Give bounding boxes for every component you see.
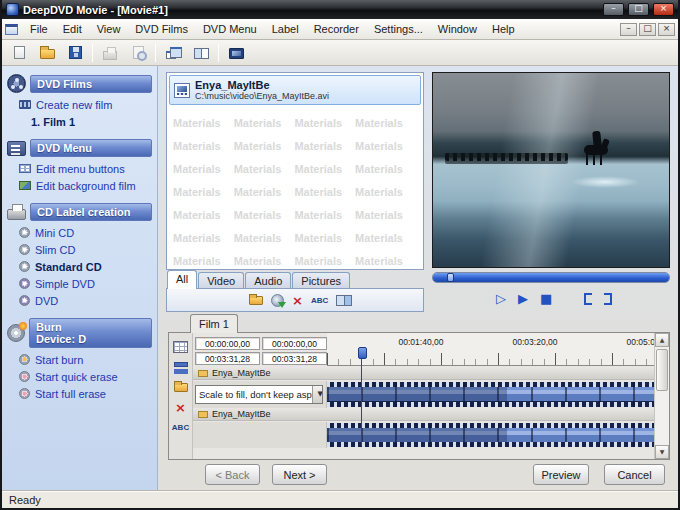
menu-dvd-films[interactable]: DVD Films <box>128 21 195 37</box>
seek-bar-thumb[interactable] <box>447 273 454 282</box>
preview-movie-button[interactable] <box>225 42 247 64</box>
back-button[interactable]: < Back <box>205 464 260 485</box>
watermark-text: Materials <box>173 255 221 267</box>
main-area: DVD Films Create new film 1. Film 1 <box>2 66 678 490</box>
new-project-button[interactable] <box>8 42 30 64</box>
menu-edit[interactable]: Edit <box>56 21 89 37</box>
edit-background-icon <box>19 181 31 190</box>
timeline-film-tab[interactable]: Film 1 <box>190 314 238 333</box>
timeline-tab-label: Film 1 <box>199 318 229 330</box>
watermark-text: Materials <box>173 232 221 244</box>
watermark-text: Materials <box>173 117 221 129</box>
mark-out-button[interactable] <box>604 293 612 305</box>
sidebar-item-start-quick-erase[interactable]: Start quick erase <box>15 368 152 385</box>
next-button[interactable]: Next > <box>272 464 327 485</box>
track-1-filmstrip-clip[interactable] <box>327 382 654 407</box>
media-file-item-selected[interactable]: Enya_MayItBe C:\music\video\Enya_MayItBe… <box>169 75 421 105</box>
watermark-text: Materials <box>355 140 403 152</box>
menu-recorder[interactable]: Recorder <box>307 21 366 37</box>
sidebar-item-label: Edit background film <box>36 180 136 192</box>
menu-window[interactable]: Window <box>431 21 484 37</box>
sidebar: DVD Films Create new film 1. Film 1 <box>2 66 158 490</box>
sidebar-item-standard-cd[interactable]: Standard CD <box>15 258 152 275</box>
mdi-close-button[interactable]: × <box>658 23 675 36</box>
sidebar-item-start-burn[interactable]: Start burn <box>15 351 152 368</box>
video-preview <box>432 72 670 268</box>
track-2-header[interactable]: Enya_MayItBe <box>193 408 654 421</box>
menu-settings[interactable]: Settings... <box>367 21 430 37</box>
playhead[interactable] <box>361 347 362 446</box>
sidebar-item-start-full-erase[interactable]: Start full erase <box>15 385 152 402</box>
sidebar-item-film-1[interactable]: 1. Film 1 <box>15 113 152 130</box>
mdi-restore-button[interactable]: □ <box>639 23 656 36</box>
watermark-text: Materials <box>294 255 342 267</box>
seek-bar[interactable] <box>432 272 670 283</box>
tracks-icon[interactable] <box>174 362 188 367</box>
print-preview-button[interactable] <box>127 42 149 64</box>
horse-rider-silhouette <box>582 131 612 169</box>
timeline-ruler[interactable]: 00:01:40,00 00:03:20,00 00:05:00,00 <box>327 333 654 366</box>
scroll-up-arrow[interactable]: ▲ <box>655 333 669 347</box>
film-reel-icon <box>7 74 26 93</box>
open-media-folder-icon[interactable] <box>249 296 263 305</box>
content-area: Enya_MayItBe C:\music\video\Enya_MayItBe… <box>158 66 678 490</box>
watermark-text: Materials <box>355 209 403 221</box>
ruler-ticks <box>327 353 654 365</box>
tab-video[interactable]: Video <box>198 272 244 289</box>
mdi-minimize-button[interactable]: – <box>620 23 637 36</box>
play-button[interactable]: ▷ <box>496 292 506 305</box>
abc-text-icon[interactable]: ABC <box>311 296 328 305</box>
preview-button[interactable]: Preview <box>533 464 589 485</box>
delete-media-icon[interactable]: × <box>292 294 303 307</box>
add-track-icon[interactable] <box>173 341 188 353</box>
media-file-list[interactable]: Enya_MayItBe C:\music\video\Enya_MayItBe… <box>166 72 424 270</box>
sidebar-item-create-new-film[interactable]: Create new film <box>15 96 152 113</box>
menu-help[interactable]: Help <box>485 21 522 37</box>
print-button[interactable] <box>99 42 121 64</box>
track-2-filmstrip-clip[interactable] <box>327 423 654 447</box>
file-name: Enya_MayItBe <box>195 79 329 91</box>
sidebar-item-edit-background-film[interactable]: Edit background film <box>15 177 152 194</box>
tab-all[interactable]: All <box>167 270 197 289</box>
tile-windows-button[interactable] <box>190 42 212 64</box>
close-button[interactable]: × <box>653 3 674 16</box>
sidebar-items: Create new film 1. Film 1 <box>7 96 152 130</box>
maximize-button[interactable]: □ <box>628 3 649 16</box>
sidebar-item-edit-menu-buttons[interactable]: Edit menu buttons <box>15 160 152 177</box>
sidebar-item-simple-dvd[interactable]: Simple DVD <box>15 275 152 292</box>
delete-clip-icon[interactable]: × <box>175 401 186 414</box>
tab-audio[interactable]: Audio <box>245 272 291 289</box>
chevron-down-icon[interactable]: ▼ <box>312 386 323 403</box>
mark-in-button[interactable] <box>584 293 592 305</box>
menu-dvd-menu[interactable]: DVD Menu <box>196 21 264 37</box>
sidebar-item-mini-cd[interactable]: Mini CD <box>15 224 152 241</box>
stop-button[interactable]: ■ <box>540 292 552 305</box>
pictures-icon[interactable] <box>336 295 352 306</box>
track-1-header[interactable]: Enya_MayItBe <box>193 367 654 380</box>
track-2-body <box>193 422 654 448</box>
mdi-child-icon[interactable] <box>5 24 18 35</box>
play-all-button[interactable]: ▶ <box>518 292 528 305</box>
sidebar-item-slim-cd[interactable]: Slim CD <box>15 241 152 258</box>
scroll-down-arrow[interactable]: ▼ <box>655 445 669 459</box>
menu-label[interactable]: Label <box>265 21 306 37</box>
sidebar-item-dvd[interactable]: DVD <box>15 292 152 309</box>
section-title: Burn <box>36 321 145 333</box>
file-path: C:\music\video\Enya_MayItBe.avi <box>195 91 329 102</box>
open-project-button[interactable] <box>36 42 58 64</box>
menu-view[interactable]: View <box>90 21 128 37</box>
scrollbar-thumb[interactable] <box>656 349 668 391</box>
save-project-button[interactable] <box>64 42 86 64</box>
timeline-abc-icon[interactable]: ABC <box>172 423 189 432</box>
cascade-windows-button[interactable] <box>162 42 184 64</box>
add-media-icon[interactable] <box>271 294 284 307</box>
cancel-button[interactable]: Cancel <box>604 464 665 485</box>
import-clip-icon[interactable] <box>174 383 188 392</box>
media-type-tabs: All Video Audio Pictures <box>166 270 424 289</box>
scale-mode-dropdown[interactable]: Scale to fill, don't keep asp ▼ <box>195 385 323 404</box>
timeline-vertical-scrollbar[interactable]: ▲ ▼ <box>654 333 669 459</box>
tab-pictures[interactable]: Pictures <box>292 272 350 289</box>
sidebar-items: Start burn Start quick erase Start full … <box>7 351 152 402</box>
minimize-button[interactable]: – <box>603 3 624 16</box>
menu-file[interactable]: File <box>23 21 55 37</box>
